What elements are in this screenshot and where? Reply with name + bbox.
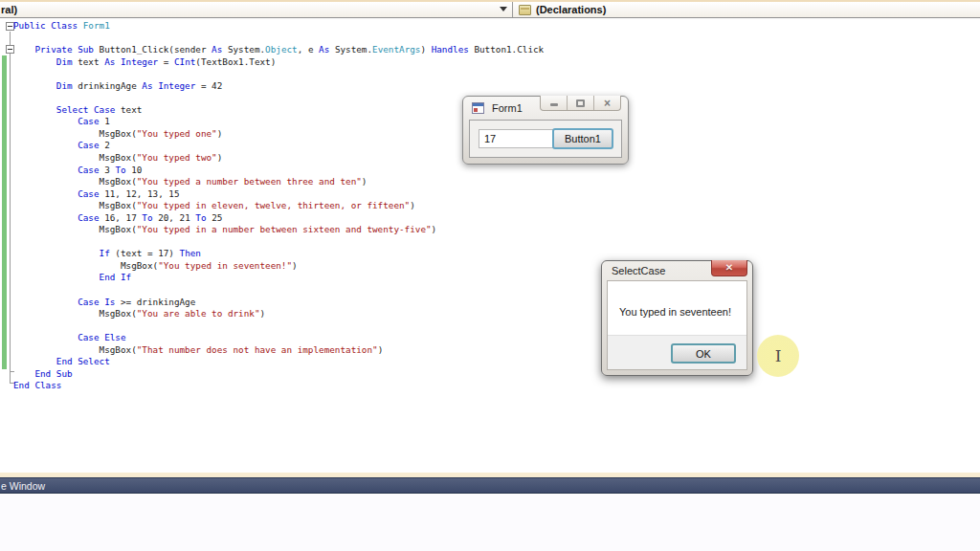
code-line: Case Else [13,332,544,344]
declarations-dropdown[interactable]: (Declarations) [514,2,980,17]
code-line: Case Is >= drinkingAge [13,297,544,309]
code-line [13,236,544,249]
code-line [13,284,544,297]
close-icon: ✕ [725,263,733,273]
messagebox-body: You typed in seventeen! OK [607,280,747,370]
immediate-window-titlebar[interactable]: e Window [0,477,980,494]
code-line: If (text = 17) Then [13,248,544,260]
minimize-button[interactable] [541,96,568,110]
vs-code-editor-screen: ral) (Declarations) Public Class Form1 P… [0,0,980,551]
close-button[interactable]: × [594,96,620,110]
code-line [13,33,544,45]
code-line [13,320,544,333]
code-lines: Public Class Form1 Private Sub Button1_C… [13,20,544,392]
code-line [13,68,544,80]
code-line: Case 16, 17 To 20, 21 To 25 [13,212,544,225]
button1[interactable]: Button1 [552,128,613,149]
editor-navigation-bar: ral) (Declarations) [0,0,980,18]
immediate-window-label: e Window [1,480,45,492]
form1-title: Form1 [492,102,523,114]
maximize-icon [576,99,585,107]
code-line: MsgBox("You typed in seventeen!") [13,260,544,273]
messagebox-message: You typed in seventeen! [619,306,731,318]
change-tracking-bar [2,55,7,369]
chevron-down-icon [500,7,507,11]
declarations-icon [519,5,531,15]
close-icon: × [604,99,611,108]
code-editor[interactable]: Public Class Form1 Private Sub Button1_C… [0,20,980,473]
bottom-blank-area [0,495,980,551]
messagebox-text-area: You typed in seventeen! [608,281,746,337]
minimize-icon [550,103,558,106]
code-line: Case 11, 12, 13, 15 [13,188,544,201]
code-line: End If [13,272,544,284]
object-dropdown-value: ral) [1,4,17,15]
code-line: Dim drinkingAge As Integer = 42 [13,80,544,93]
code-line: MsgBox("You typed in a number between si… [13,224,544,236]
code-line: Dim text As Integer = CInt(TextBox1.Text… [13,56,544,69]
code-line: Case 3 To 10 [13,165,544,177]
form-app-icon [472,102,484,114]
code-line: Private Sub Button1_Click(sender As Syst… [13,44,544,56]
code-line: MsgBox("You are able to drink") [13,308,544,320]
messagebox-title: SelectCase [612,265,665,276]
code-line: MsgBox("That number does not have an imp… [13,344,544,357]
code-line: MsgBox("You typed in eleven, twelve, thi… [13,200,544,212]
window-caption-buttons: × [540,96,621,111]
object-dropdown[interactable]: ral) [0,2,513,17]
messagebox-close-button[interactable]: ✕ [711,260,747,276]
declarations-dropdown-value: (Declarations) [536,4,606,15]
form1-client-area: 17 Button1 [469,120,622,158]
ok-button[interactable]: OK [671,343,736,364]
maximize-button[interactable] [568,96,594,110]
form1-window: Form1 × 17 Button1 [462,96,629,165]
selectcase-messagebox: SelectCase ✕ You typed in seventeen! OK [601,260,753,376]
messagebox-footer: OK [608,335,746,369]
code-line: End Class [13,380,544,392]
code-line: MsgBox("You typed a number between three… [13,176,544,188]
code-line: End Sub [13,368,544,381]
code-line: Public Class Form1 [13,20,544,33]
code-line: End Select [13,356,544,368]
